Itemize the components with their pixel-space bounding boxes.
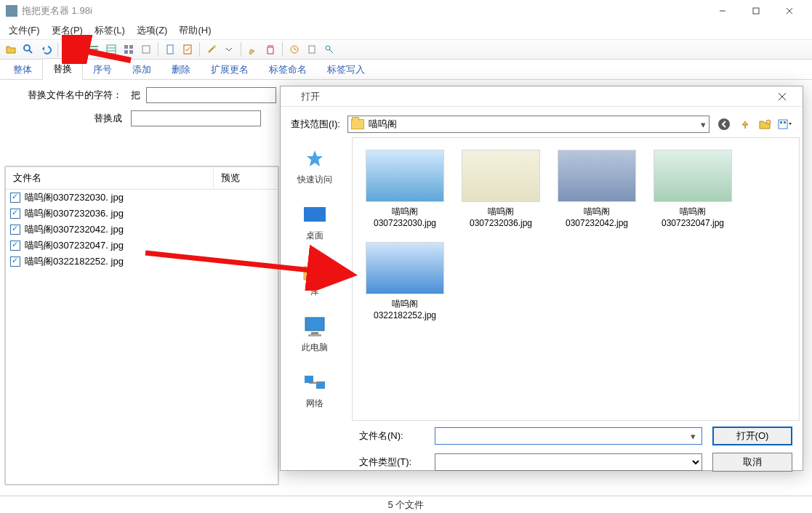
chevron-down-icon[interactable] [221,41,237,57]
replace-from-label: 替换文件名中的字符： [15,89,131,102]
place-desktop[interactable]: 桌面 [302,203,328,242]
back-icon[interactable] [717,117,731,132]
open-button[interactable]: 打开(O) [712,427,792,445]
svg-rect-13 [129,45,133,49]
tab-tagname[interactable]: 标签命名 [259,60,317,80]
svg-rect-37 [305,318,324,331]
wand-icon[interactable] [204,41,220,57]
new-folder-icon[interactable] [757,117,772,132]
menu-file[interactable]: 文件(F) [3,22,46,39]
title-bar: 拖把更名器 1.98i [0,0,812,22]
check-icon[interactable] [10,256,20,267]
svg-rect-8 [89,52,98,53]
thumbnail[interactable]: 喵呜阁0307232047.jpg [649,150,736,229]
close-button[interactable] [773,0,806,22]
look-in-value: 喵呜阁 [369,118,397,131]
svg-rect-1 [753,8,759,14]
filetype-dropdown[interactable] [435,453,702,471]
svg-rect-9 [107,45,116,54]
window-controls [706,0,806,22]
place-pc[interactable]: 此电脑 [302,315,328,354]
file-row[interactable]: 喵呜阁0307232042. jpg [6,222,278,238]
edit-icon[interactable] [245,41,261,57]
filename-input[interactable]: ▾ [435,427,702,445]
page-icon[interactable] [304,41,320,57]
file-row[interactable]: 喵呜阁0322182252. jpg [6,254,278,270]
column-filename[interactable]: 文件名 [6,167,214,189]
check-icon[interactable] [62,41,78,57]
dialog-close-button[interactable] [768,87,797,106]
clock-icon[interactable] [286,41,302,57]
undo-icon[interactable] [38,41,54,57]
toolbar-separator [241,42,241,57]
dialog-title: 打开 [301,90,768,103]
tab-add[interactable]: 添加 [122,60,161,80]
tab-serial[interactable]: 序号 [83,60,122,80]
svg-point-4 [24,45,30,51]
file-name: 喵呜阁0322182252. jpg [25,255,124,268]
tab-whole[interactable]: 整体 [3,60,42,80]
menu-options[interactable]: 选项(Z) [131,22,174,39]
maximize-button[interactable] [739,0,773,22]
thumbnail[interactable]: 喵呜阁0307232042.jpg [553,150,640,229]
place-lib[interactable]: 库 [302,259,328,298]
dialog-icon [286,92,297,102]
grid-icon[interactable] [121,41,137,57]
thumbnail[interactable]: 喵呜阁0307232036.jpg [457,150,544,229]
thumbnail[interactable]: 喵呜阁0307232030.jpg [361,150,449,229]
thumbnail-caption: 0322182252.jpg [361,310,449,322]
svg-point-32 [766,120,771,124]
cancel-button[interactable]: 取消 [712,453,792,472]
menu-help[interactable]: 帮助(H) [173,22,217,39]
search-icon[interactable] [20,41,36,57]
toolbar [0,39,812,60]
file-list: 文件名 预览 喵呜阁0307232030. jpg喵呜阁0307232036. … [4,166,279,485]
file-row[interactable]: 喵呜阁0307232036. jpg [6,206,278,222]
detail-icon[interactable] [138,41,154,57]
thumbnail-image [366,150,444,202]
thumbnail-caption: 0307232036.jpg [457,218,544,230]
mark-icon[interactable] [180,41,196,57]
thumbnail-caption: 喵呜阁 [361,299,449,310]
replace-from-input[interactable] [146,87,276,103]
check-icon[interactable] [10,225,20,235]
tab-ext[interactable]: 扩展更名 [201,60,259,80]
tab-replace[interactable]: 替换 [42,58,83,80]
check-icon[interactable] [10,241,20,251]
minimize-button[interactable] [706,0,739,22]
list-icon[interactable] [86,41,102,57]
menu-rename[interactable]: 更名(P) [46,22,89,39]
svg-rect-39 [308,334,321,336]
check-icon[interactable] [10,193,20,203]
menu-tags[interactable]: 标签(L) [89,22,131,39]
svg-rect-6 [89,46,98,47]
look-in-dropdown[interactable]: 喵呜阁 ▾ [347,116,710,133]
doc-icon[interactable] [162,41,178,57]
replace-to-label: 替换成 [15,112,131,125]
star-icon [302,148,328,171]
place-quick[interactable]: 快速访问 [297,148,332,186]
column-preview[interactable]: 预览 [214,167,247,189]
svg-rect-40 [305,376,313,383]
file-name: 喵呜阁0307232047. jpg [25,239,124,252]
dialog-title-bar: 打开 [281,86,803,107]
thumbnail-image [366,242,444,294]
thumbnail-caption: 0307232030.jpg [361,218,449,230]
thumbnail[interactable]: 喵呜阁0322182252.jpg [361,242,449,321]
up-icon[interactable] [737,117,752,132]
place-net[interactable]: 网络 [302,371,328,410]
file-row[interactable]: 喵呜阁0307232030. jpg [6,190,278,206]
key-icon[interactable] [321,41,337,57]
check-icon[interactable] [10,209,20,219]
delete-icon[interactable] [262,41,278,57]
table-icon[interactable] [103,41,119,57]
file-browser[interactable]: 喵呜阁0307232030.jpg喵呜阁0307232036.jpg喵呜阁030… [352,137,800,421]
view-menu-icon[interactable] [778,117,792,132]
file-row[interactable]: 喵呜阁0307232047. jpg [6,238,278,254]
network-icon [302,371,328,395]
open-folder-icon[interactable] [3,41,19,57]
tab-tagwrite[interactable]: 标签写入 [317,60,375,80]
tab-delete[interactable]: 删除 [161,60,201,80]
replace-to-input[interactable] [131,110,261,126]
toolbar-separator [199,42,200,57]
